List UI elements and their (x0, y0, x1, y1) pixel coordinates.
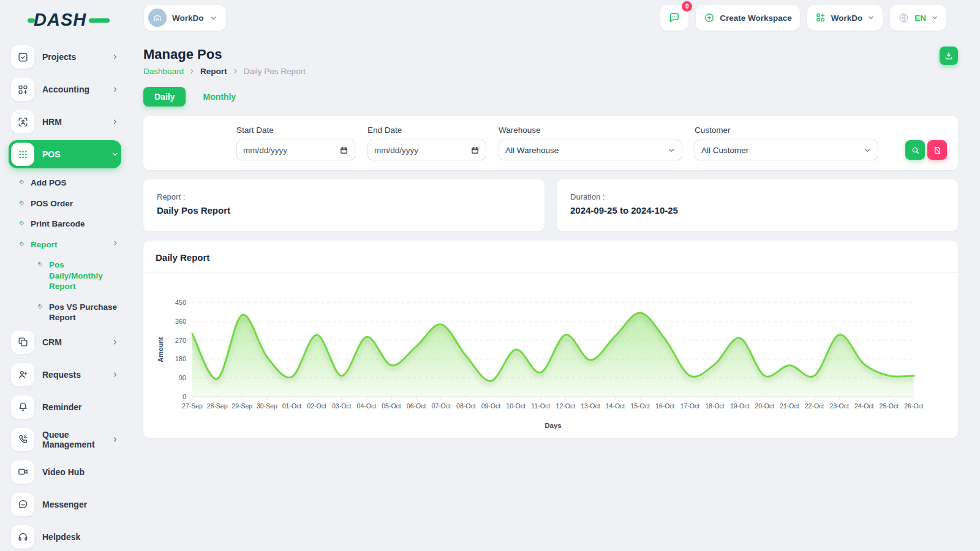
warehouse-select[interactable]: All Warehouse (499, 140, 682, 160)
sidebar-item-hrm[interactable]: HRM (9, 108, 121, 136)
submenu-item-pos-order[interactable]: POS Order (17, 193, 121, 214)
svg-text:23-Oct: 23-Oct (829, 402, 849, 410)
logo[interactable]: DASH (34, 10, 101, 30)
breadcrumb-current: Daily Pos Report (244, 67, 306, 76)
svg-text:21-Oct: 21-Oct (780, 402, 799, 410)
workspace-grid-icon (815, 12, 826, 23)
sidebar-item-messenger[interactable]: Messenger (9, 490, 121, 519)
svg-text:0: 0 (183, 393, 186, 400)
logo-text: DASH (34, 10, 86, 29)
svg-text:07-Oct: 07-Oct (431, 402, 451, 410)
language-selector[interactable]: EN (890, 5, 946, 31)
tab-monthly[interactable]: Monthly (192, 87, 247, 107)
start-date-field-group: Start Date mm/dd/yyyy (236, 126, 355, 160)
duration-summary-card: Duration : 2024-09-25 to 2024-10-25 (557, 179, 958, 231)
chevron-right-icon (232, 68, 239, 75)
sidebar-item-accounting[interactable]: Accounting (9, 75, 121, 103)
chevron-down-icon (867, 14, 875, 21)
svg-text:17-Oct: 17-Oct (680, 402, 700, 410)
svg-text:25-Oct: 25-Oct (880, 402, 899, 410)
svg-text:360: 360 (175, 318, 186, 325)
svg-text:28-Sep: 28-Sep (207, 402, 228, 410)
svg-text:Amount: Amount (157, 337, 164, 362)
headphones-icon (11, 525, 34, 549)
customer-select[interactable]: All Customer (695, 140, 878, 160)
report-period-tabs: Daily Monthly (143, 87, 958, 107)
customer-field-group: Customer All Customer (695, 126, 878, 160)
create-workspace-button[interactable]: Create Workspace (696, 5, 800, 31)
workspace-name: WorkDo (172, 13, 204, 23)
submenu-item-print-barcode[interactable]: Print Barcode (17, 214, 121, 234)
clear-filter-button[interactable] (927, 140, 947, 160)
grid-plus-icon (11, 78, 34, 101)
chevron-right-icon (189, 68, 195, 75)
messages-button[interactable]: 0 (660, 5, 688, 31)
notification-badge: 0 (682, 1, 692, 12)
chevron-right-icon (111, 436, 119, 443)
sidebar-item-projects[interactable]: Projects (9, 43, 121, 71)
svg-text:24-Oct: 24-Oct (854, 402, 874, 410)
tab-daily[interactable]: Daily (143, 87, 186, 107)
download-icon (944, 51, 954, 61)
svg-text:04-Oct: 04-Oct (357, 402, 377, 410)
calendar-icon[interactable] (339, 146, 349, 155)
calendar-icon[interactable] (470, 146, 480, 155)
breadcrumb-report[interactable]: Report (200, 67, 227, 76)
warehouse-field-group: Warehouse All Warehouse (499, 126, 682, 160)
summary-row: Report : Daily Pos Report Duration : 202… (143, 179, 958, 231)
building-icon (153, 13, 162, 23)
download-report-button[interactable] (940, 47, 958, 65)
warehouse-label: Warehouse (499, 126, 682, 135)
sidebar: Projects Accounting HRM POS (0, 36, 130, 551)
apply-filter-button[interactable] (905, 140, 925, 160)
svg-text:10-Oct: 10-Oct (506, 402, 526, 410)
chevron-right-icon (111, 53, 119, 61)
top-header: DASH WorkDo 0 Create Workspace WorkDo (0, 0, 980, 36)
submenu-item-report[interactable]: Report (17, 234, 121, 255)
sidebar-item-crm[interactable]: CRM (9, 328, 121, 356)
filter-card: Start Date mm/dd/yyyy End Date mm/dd/yyy… (143, 116, 958, 170)
submenu-item-add-pos[interactable]: Add POS (17, 173, 121, 193)
end-date-field-group: End Date mm/dd/yyyy (368, 126, 486, 160)
chevron-right-icon (111, 86, 119, 93)
svg-text:13-Oct: 13-Oct (581, 402, 600, 410)
create-workspace-label: Create Workspace (720, 13, 792, 23)
workspace-switcher-label: WorkDo (831, 13, 863, 23)
chevron-down-icon (668, 146, 676, 154)
end-date-input[interactable]: mm/dd/yyyy (368, 140, 486, 160)
cards-icon (11, 331, 34, 354)
sidebar-item-helpdesk[interactable]: Helpdesk (9, 523, 121, 551)
filter-actions (905, 140, 947, 160)
bullet-icon (19, 200, 25, 206)
submenu-item-pos-vs-purchase-report[interactable]: Pos VS Purchase Report (36, 297, 121, 328)
sidebar-item-requests[interactable]: Requests (9, 361, 121, 389)
chart-title: Daily Report (156, 252, 209, 263)
bell-icon (11, 395, 34, 419)
sidebar-item-video-hub[interactable]: Video Hub (9, 458, 121, 486)
svg-text:90: 90 (179, 374, 186, 381)
workspace-switcher[interactable]: WorkDo (807, 5, 883, 31)
breadcrumb-dashboard-link[interactable]: Dashboard (143, 67, 184, 76)
svg-text:01-Oct: 01-Oct (282, 402, 302, 410)
clear-filter-icon (933, 146, 942, 155)
video-camera-icon (11, 460, 34, 484)
start-date-input[interactable]: mm/dd/yyyy (236, 140, 355, 160)
svg-text:09-Oct: 09-Oct (481, 402, 501, 410)
report-label: Report : (157, 192, 531, 201)
daily-report-area-chart[interactable]: 09018027036045027-Sep28-Sep29-Sep30-Sep0… (143, 273, 958, 432)
chevron-right-icon (111, 118, 119, 126)
main-content: Manage Pos Dashboard Report Daily Pos Re… (130, 36, 980, 551)
workspace-selector[interactable]: WorkDo (144, 5, 226, 31)
breadcrumb: Dashboard Report Daily Pos Report (143, 67, 306, 76)
svg-text:18-Oct: 18-Oct (705, 402, 725, 410)
plus-circle-icon (704, 12, 715, 23)
page-title: Manage Pos (143, 47, 306, 62)
sidebar-item-reminder[interactable]: Reminder (9, 393, 121, 421)
submenu-item-pos-daily-monthly-report[interactable]: Pos Daily/Monthly Report (36, 255, 121, 297)
daily-report-chart-card: Daily Report 09018027036045027-Sep28-Sep… (143, 241, 958, 438)
sidebar-item-queue-management[interactable]: Queue Management (9, 425, 121, 454)
svg-text:16-Oct: 16-Oct (655, 402, 675, 410)
sidebar-item-pos[interactable]: POS (9, 140, 121, 168)
svg-text:29-Sep: 29-Sep (232, 402, 252, 410)
logo-accent-dot (28, 18, 35, 23)
